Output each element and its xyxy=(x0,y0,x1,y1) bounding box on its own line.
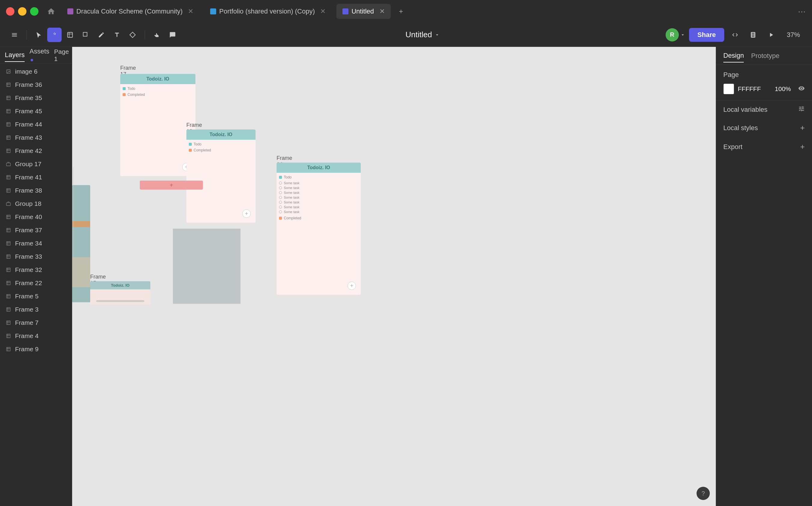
tab-close-icon[interactable]: ✕ xyxy=(320,7,325,15)
more-options-button[interactable]: ··· xyxy=(798,7,806,16)
page-selector[interactable]: Page 1 xyxy=(54,48,72,63)
user-avatar: R xyxy=(666,28,679,41)
local-styles-add-icon[interactable]: + xyxy=(800,123,805,133)
layer-frame4[interactable]: Frame 4 xyxy=(0,329,72,343)
frame-icon xyxy=(5,107,12,115)
frame-tool[interactable] xyxy=(63,28,77,42)
new-tab-button[interactable]: + xyxy=(396,6,407,17)
home-icon[interactable] xyxy=(46,6,57,17)
layer-name: Group 17 xyxy=(15,160,42,168)
tune-icon[interactable] xyxy=(798,105,805,113)
layer-frame32[interactable]: Frame 32 xyxy=(0,263,72,276)
layer-frame36[interactable]: Frame 36 xyxy=(0,78,72,91)
frame14-add-btn[interactable]: + xyxy=(348,281,356,290)
layer-group18[interactable]: Group 18 xyxy=(0,197,72,210)
share-button[interactable]: Share xyxy=(689,28,724,42)
svg-rect-32 xyxy=(7,215,10,219)
menu-button[interactable] xyxy=(7,28,22,42)
task-7: Some task xyxy=(279,209,358,214)
layer-frame9[interactable]: Frame 9 xyxy=(0,343,72,356)
design-tab[interactable]: Design xyxy=(723,49,744,63)
pen-tool[interactable] xyxy=(94,28,108,42)
page-color-value[interactable]: FFFFFF xyxy=(738,85,761,93)
prototype-tab[interactable]: Prototype xyxy=(751,50,779,62)
frame-icon xyxy=(5,227,12,234)
layer-frame5[interactable]: Frame 5 xyxy=(0,290,72,303)
titlebar: Dracula Color Scheme (Community) ✕ Portf… xyxy=(0,0,812,23)
page-color-swatch[interactable] xyxy=(723,84,734,94)
component-tool[interactable] xyxy=(125,28,140,42)
frame15-partial[interactable]: Todoiz. IO xyxy=(90,281,150,305)
layer-frame42[interactable]: Frame 42 xyxy=(0,144,72,157)
layer-frame3[interactable]: Frame 3 xyxy=(0,303,72,316)
minimize-button[interactable] xyxy=(18,7,26,16)
tab-close-icon[interactable]: ✕ xyxy=(379,7,385,15)
tab-dracula[interactable]: Dracula Color Scheme (Community) ✕ xyxy=(61,4,199,19)
layer-frame44[interactable]: Frame 44 xyxy=(0,118,72,131)
layer-frame33[interactable]: Frame 33 xyxy=(0,250,72,263)
svg-rect-41 xyxy=(7,255,10,258)
export-add-icon[interactable]: + xyxy=(800,142,805,152)
layer-frame35[interactable]: Frame 35 xyxy=(0,91,72,104)
plus-bar[interactable]: + xyxy=(140,181,203,190)
task-3: Some task xyxy=(279,190,358,195)
hand-tool[interactable] xyxy=(150,28,164,42)
local-variables-section: Local variables xyxy=(716,101,812,118)
play-icon[interactable] xyxy=(764,28,778,42)
main-area: Layers Assets Page 1 image 6 Frame 36 xyxy=(0,47,812,506)
layer-image6[interactable]: image 6 xyxy=(0,65,72,78)
layer-frame38[interactable]: Frame 38 xyxy=(0,184,72,197)
visibility-icon[interactable] xyxy=(798,85,805,93)
tab-portfolio[interactable]: Portfolio (shared version) (Copy) ✕ xyxy=(204,4,331,19)
task-6: Some task xyxy=(279,204,358,209)
layer-frame22[interactable]: Frame 22 xyxy=(0,276,72,290)
layer-frame45[interactable]: Frame 45 xyxy=(0,104,72,118)
svg-rect-3 xyxy=(83,32,87,36)
layer-frame37[interactable]: Frame 37 xyxy=(0,224,72,237)
frame17[interactable]: Todoiz. IO Todo Completed + xyxy=(120,74,196,176)
select-tool[interactable] xyxy=(31,28,46,42)
layer-name: Frame 45 xyxy=(15,107,42,115)
layer-frame41[interactable]: Frame 41 xyxy=(0,171,72,184)
tab-untitled[interactable]: Untitled ✕ xyxy=(337,4,391,19)
book-icon[interactable] xyxy=(746,28,760,42)
shape-tool[interactable] xyxy=(78,28,93,42)
title-dropdown[interactable]: Untitled xyxy=(401,28,445,42)
svg-rect-15 xyxy=(7,122,10,126)
svg-rect-31 xyxy=(6,203,10,205)
assets-tab[interactable]: Assets xyxy=(29,47,49,66)
layer-name: Frame 38 xyxy=(15,187,42,194)
layers-tab[interactable]: Layers xyxy=(5,49,25,62)
group-icon xyxy=(5,200,12,207)
separator xyxy=(26,30,27,40)
frame14[interactable]: Todoiz. IO Todo Some task Some task Some… xyxy=(277,163,361,295)
code-icon[interactable] xyxy=(728,28,742,42)
help-button[interactable]: ? xyxy=(696,487,710,500)
canvas[interactable]: Frame 17 Todoiz. IO Todo Completed xyxy=(72,47,716,506)
frame19-add-btn[interactable]: + xyxy=(242,209,251,218)
todo-section: Todo xyxy=(189,142,253,146)
zoom-level[interactable]: 37% xyxy=(782,28,805,41)
maximize-button[interactable] xyxy=(30,7,39,16)
text-tool[interactable] xyxy=(110,28,124,42)
completed-section: Completed xyxy=(189,148,253,152)
page-opacity-value[interactable]: 100% xyxy=(775,85,791,93)
layer-frame40[interactable]: Frame 40 xyxy=(0,210,72,224)
layer-frame34[interactable]: Frame 34 xyxy=(0,237,72,250)
svg-rect-38 xyxy=(7,242,10,245)
close-button[interactable] xyxy=(6,7,14,16)
layer-frame7[interactable]: Frame 7 xyxy=(0,316,72,329)
svg-rect-6 xyxy=(7,83,10,87)
move-tool[interactable] xyxy=(47,28,62,42)
frame-icon xyxy=(5,240,12,247)
frame-icon xyxy=(5,279,12,287)
layer-frame43[interactable]: Frame 43 xyxy=(0,131,72,144)
svg-rect-0 xyxy=(68,32,73,37)
tab-close-icon[interactable]: ✕ xyxy=(188,7,193,15)
comment-tool[interactable] xyxy=(165,28,180,42)
frame-icon xyxy=(5,293,12,300)
frame19-body: Todo Completed xyxy=(187,140,255,157)
frame19[interactable]: Todoiz. IO Todo Completed + xyxy=(187,130,255,223)
layer-group17[interactable]: Group 17 xyxy=(0,157,72,171)
todo-label: Todo xyxy=(189,142,253,146)
